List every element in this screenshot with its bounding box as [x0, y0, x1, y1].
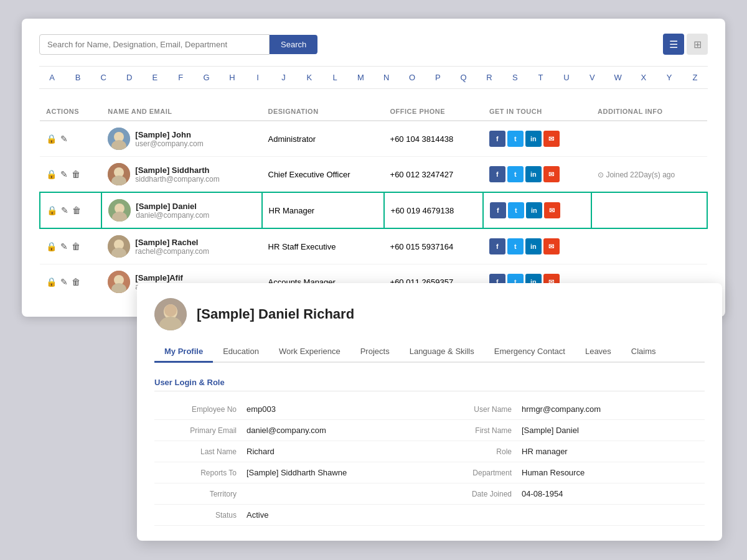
svg-point-18	[164, 304, 177, 317]
delete-icon[interactable]: 🗑	[72, 205, 81, 215]
alpha-btn-s[interactable]: S	[502, 70, 528, 85]
col-header-get-in-touch: GET IN TOUCH	[483, 103, 591, 121]
twitter-button[interactable]: t	[507, 238, 524, 254]
linkedin-button[interactable]: in	[526, 202, 542, 218]
alpha-btn-q[interactable]: Q	[451, 70, 476, 85]
tab-education[interactable]: Education	[213, 342, 269, 363]
designation-cell: Administrator	[262, 121, 384, 157]
tab-my-profile[interactable]: My Profile	[154, 342, 213, 363]
alpha-btn-t[interactable]: T	[528, 70, 553, 85]
col-header-additional-info: ADDITIONAL INFO	[591, 103, 707, 121]
name-email-cell: [Sample] Daniel daniel@company.com	[101, 192, 261, 228]
edit-icon[interactable]: ✎	[60, 169, 68, 179]
profile-card: [Sample] Daniel Richard My ProfileEducat…	[137, 283, 722, 541]
lock-icon[interactable]: 🔒	[46, 169, 57, 179]
tab-claims[interactable]: Claims	[621, 342, 666, 363]
facebook-button[interactable]: f	[489, 238, 505, 254]
designation-cell: HR Staff Executive	[262, 228, 384, 264]
field-value: Human Resource	[522, 468, 585, 477]
facebook-button[interactable]: f	[489, 131, 505, 147]
profile-tabs: My ProfileEducationWork ExperienceProjec…	[154, 342, 705, 363]
lock-icon[interactable]: 🔒	[46, 277, 57, 287]
avatar	[108, 163, 130, 185]
avatar	[108, 128, 130, 150]
twitter-button[interactable]: t	[508, 202, 524, 218]
alpha-btn-d[interactable]: D	[116, 70, 142, 85]
email-button[interactable]: ✉	[543, 131, 560, 147]
edit-icon[interactable]: ✎	[60, 241, 68, 251]
alpha-btn-x[interactable]: X	[631, 70, 656, 85]
table-row: 🔒 ✎ 🗑 [Sample] Rachel rachel@company.com…	[40, 228, 707, 264]
designation-cell: Chief Executive Officer	[262, 157, 384, 193]
grid-view-button[interactable]: ⊞	[687, 34, 708, 55]
phone-cell: +60 015 5937164	[384, 228, 483, 264]
facebook-button[interactable]: f	[489, 166, 505, 182]
employee-name: [Sample] John	[135, 130, 203, 139]
alpha-btn-z[interactable]: Z	[682, 70, 708, 85]
alpha-btn-u[interactable]: U	[553, 70, 579, 85]
field-label: Reports To	[162, 469, 237, 477]
field-value: Richard	[247, 447, 275, 456]
alpha-btn-l[interactable]: L	[322, 70, 347, 85]
alpha-btn-h[interactable]: H	[219, 70, 245, 85]
social-cell: f t in ✉	[483, 157, 591, 193]
col-header-designation: DESIGNATION	[262, 103, 384, 121]
edit-icon[interactable]: ✎	[61, 205, 68, 215]
search-input[interactable]	[39, 34, 270, 55]
field-row-department: Department Human Resource	[430, 462, 705, 483]
list-view-button[interactable]: ☰	[663, 34, 684, 55]
alpha-btn-k[interactable]: K	[296, 70, 322, 85]
twitter-button[interactable]: t	[507, 166, 524, 182]
alpha-btn-e[interactable]: E	[142, 70, 167, 85]
tab-language-&-skills[interactable]: Language & Skills	[400, 342, 484, 363]
alpha-btn-m[interactable]: M	[348, 70, 374, 85]
linkedin-button[interactable]: in	[525, 166, 542, 182]
linkedin-button[interactable]: in	[525, 131, 542, 147]
alpha-btn-j[interactable]: J	[271, 70, 296, 85]
action-cell: 🔒 ✎ 🗑	[40, 192, 101, 228]
lock-icon[interactable]: 🔒	[46, 241, 57, 251]
edit-icon[interactable]: ✎	[60, 134, 68, 144]
lock-icon[interactable]: 🔒	[46, 134, 57, 144]
alpha-btn-f[interactable]: F	[168, 70, 194, 85]
delete-icon[interactable]: 🗑	[72, 277, 80, 287]
alpha-btn-o[interactable]: O	[399, 70, 425, 85]
phone-cell: +60 019 4679138	[384, 192, 483, 228]
additional-info-cell	[591, 121, 707, 157]
profile-section-title: User Login & Role	[154, 374, 705, 391]
lock-icon[interactable]: 🔒	[47, 205, 57, 215]
alpha-btn-v[interactable]: V	[580, 70, 605, 85]
alpha-btn-a[interactable]: A	[39, 70, 65, 85]
tab-projects[interactable]: Projects	[350, 342, 400, 363]
edit-icon[interactable]: ✎	[60, 277, 68, 287]
alpha-btn-p[interactable]: P	[425, 70, 451, 85]
search-button[interactable]: Search	[270, 35, 317, 54]
alpha-btn-y[interactable]: Y	[657, 70, 682, 85]
email-button[interactable]: ✉	[544, 202, 560, 218]
email-button[interactable]: ✉	[543, 238, 560, 254]
alpha-btn-i[interactable]: I	[245, 70, 271, 85]
twitter-button[interactable]: t	[507, 131, 524, 147]
alpha-btn-c[interactable]: C	[91, 70, 116, 85]
tab-leaves[interactable]: Leaves	[575, 342, 621, 363]
field-row-employee-no: Employee No emp003	[154, 399, 430, 420]
profile-name: [Sample] Daniel Richard	[197, 306, 354, 322]
field-row-role: Role HR manager	[430, 441, 705, 462]
tab-work-experience[interactable]: Work Experience	[269, 342, 350, 363]
alpha-btn-r[interactable]: R	[476, 70, 502, 85]
field-label: Territory	[162, 490, 237, 498]
email-button[interactable]: ✉	[543, 166, 560, 182]
facebook-button[interactable]: f	[490, 202, 506, 218]
delete-icon[interactable]: 🗑	[72, 169, 80, 179]
delete-icon[interactable]: 🗑	[72, 241, 80, 251]
table-row: 🔒 ✎ [Sample] John user@company.com Admin…	[40, 121, 707, 157]
field-label: Department	[437, 469, 512, 477]
avatar	[108, 199, 131, 222]
alpha-btn-n[interactable]: N	[374, 70, 399, 85]
alpha-btn-b[interactable]: B	[65, 70, 90, 85]
linkedin-button[interactable]: in	[525, 238, 542, 254]
col-header-name-and-email: NAME AND EMAIL	[101, 103, 261, 121]
alpha-btn-w[interactable]: W	[605, 70, 631, 85]
tab-emergency-contact[interactable]: Emergency Contact	[484, 342, 575, 363]
alpha-btn-g[interactable]: G	[194, 70, 219, 85]
